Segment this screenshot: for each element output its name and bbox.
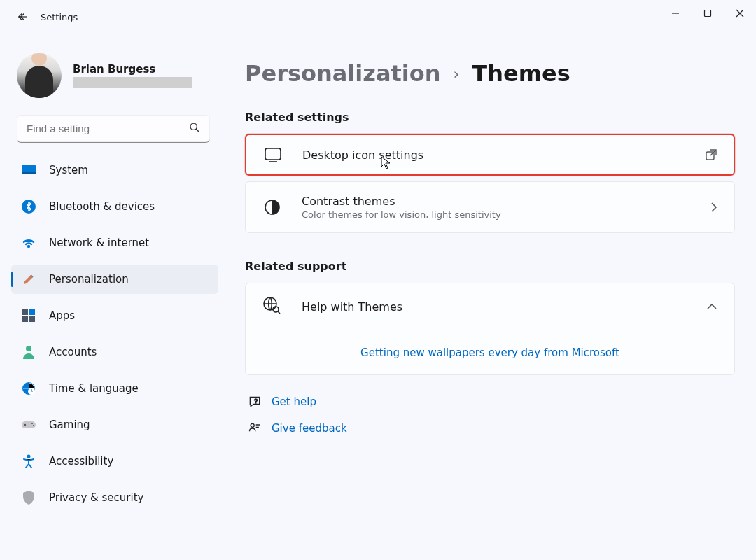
contrast-themes-card[interactable]: Contrast themes Color themes for low vis… <box>245 181 735 233</box>
chevron-right-icon: › <box>454 65 460 83</box>
nav-label: Accounts <box>49 346 97 358</box>
minimize-icon <box>671 9 680 18</box>
nav-item-network[interactable]: Network & internet <box>11 228 218 258</box>
apps-icon <box>21 308 36 323</box>
feedback-icon <box>248 421 262 435</box>
svg-rect-1 <box>705 10 711 17</box>
help-with-themes-header[interactable]: Help with Themes <box>246 284 734 330</box>
nav-label: Accessibility <box>49 455 113 468</box>
breadcrumb-parent[interactable]: Personalization <box>245 60 441 87</box>
nav-item-personalization[interactable]: Personalization <box>11 265 218 294</box>
wallpapers-link-row: Getting new wallpapers every day from Mi… <box>246 330 734 374</box>
nav-item-accounts[interactable]: Accounts <box>11 337 218 367</box>
nav-label: System <box>49 164 88 176</box>
search-wrap <box>17 115 210 143</box>
nav-label: Gaming <box>49 419 90 431</box>
shield-icon <box>21 490 36 505</box>
maximize-button[interactable] <box>692 0 724 27</box>
minimize-button[interactable] <box>659 0 692 27</box>
avatar <box>17 53 62 98</box>
card-title: Help with Themes <box>302 300 402 314</box>
chat-help-icon: ? <box>248 395 262 409</box>
related-settings-heading: Related settings <box>245 111 735 124</box>
give-feedback-link[interactable]: Give feedback <box>272 422 347 435</box>
globe-search-icon <box>262 296 282 317</box>
bluetooth-icon <box>21 199 36 214</box>
svg-point-4 <box>190 123 197 130</box>
svg-point-29 <box>251 424 254 427</box>
svg-point-13 <box>26 346 31 351</box>
svg-point-17 <box>24 424 26 426</box>
card-title: Desktop icon settings <box>302 148 424 162</box>
svg-line-27 <box>278 312 280 314</box>
app-title: Settings <box>41 12 78 22</box>
accessibility-icon <box>21 454 36 469</box>
search-icon[interactable] <box>189 122 200 136</box>
nav-label: Bluetooth & devices <box>49 200 155 213</box>
arrow-left-icon <box>16 10 29 23</box>
nav-list: System Bluetooth & devices Network & int… <box>11 155 224 519</box>
get-help-link[interactable]: Get help <box>272 396 316 408</box>
nav-item-apps[interactable]: Apps <box>11 301 218 330</box>
get-help-row[interactable]: ? Get help <box>248 395 735 409</box>
maximize-icon <box>704 9 712 18</box>
desktop-icon-settings-card[interactable]: Desktop icon settings <box>245 134 735 176</box>
nav-label: Privacy & security <box>49 491 144 504</box>
svg-rect-10 <box>29 309 35 315</box>
svg-point-18 <box>31 423 33 424</box>
svg-text:?: ? <box>254 398 258 405</box>
monitor-icon <box>21 162 36 178</box>
open-external-icon <box>706 149 717 160</box>
give-feedback-row[interactable]: Give feedback <box>248 421 735 435</box>
wallpapers-link[interactable]: Getting new wallpapers every day from Mi… <box>360 346 620 359</box>
contrast-icon <box>262 199 282 216</box>
paintbrush-icon <box>21 272 36 287</box>
gamepad-icon <box>21 417 36 433</box>
footer-links: ? Get help Give feedback <box>245 395 735 435</box>
related-support-heading: Related support <box>245 260 735 273</box>
main-content: Personalization › Themes Related setting… <box>224 34 756 560</box>
sidebar: Brian Burgess System Bluetooth & devi <box>0 34 224 560</box>
profile-name: Brian Burgess <box>73 63 192 76</box>
globe-clock-icon <box>21 381 36 396</box>
desktop-icon <box>263 148 283 162</box>
breadcrumb-current: Themes <box>472 60 570 87</box>
card-subtitle: Color themes for low vision, light sensi… <box>302 209 501 220</box>
nav-item-privacy[interactable]: Privacy & security <box>11 483 218 512</box>
nav-item-accessibility[interactable]: Accessibility <box>11 447 218 476</box>
nav-label: Apps <box>49 309 75 322</box>
svg-rect-7 <box>22 172 36 174</box>
close-icon <box>736 9 744 18</box>
nav-item-system[interactable]: System <box>11 155 218 185</box>
titlebar: Settings <box>0 0 756 34</box>
breadcrumb: Personalization › Themes <box>245 60 735 87</box>
nav-item-time-language[interactable]: Time & language <box>11 374 218 403</box>
svg-point-19 <box>33 425 34 426</box>
nav-label: Network & internet <box>49 237 149 249</box>
search-input[interactable] <box>17 115 210 143</box>
profile-block[interactable]: Brian Burgess <box>11 39 224 115</box>
person-icon <box>21 344 36 360</box>
svg-rect-9 <box>22 309 28 315</box>
wifi-icon <box>21 235 36 251</box>
svg-rect-12 <box>29 316 35 322</box>
help-with-themes-card: Help with Themes Getting new wallpapers … <box>245 283 735 375</box>
svg-rect-11 <box>22 316 28 322</box>
nav-item-gaming[interactable]: Gaming <box>11 410 218 440</box>
close-button[interactable] <box>724 0 756 27</box>
svg-line-5 <box>196 129 199 132</box>
back-button[interactable] <box>11 6 34 28</box>
profile-email-redacted <box>73 77 192 88</box>
nav-label: Personalization <box>49 273 129 286</box>
nav-item-bluetooth[interactable]: Bluetooth & devices <box>11 192 218 221</box>
svg-rect-21 <box>265 148 281 160</box>
chevron-right-icon <box>710 202 718 213</box>
chevron-up-icon <box>706 303 718 310</box>
card-title: Contrast themes <box>302 195 501 208</box>
nav-label: Time & language <box>49 382 139 395</box>
svg-point-20 <box>27 455 31 458</box>
